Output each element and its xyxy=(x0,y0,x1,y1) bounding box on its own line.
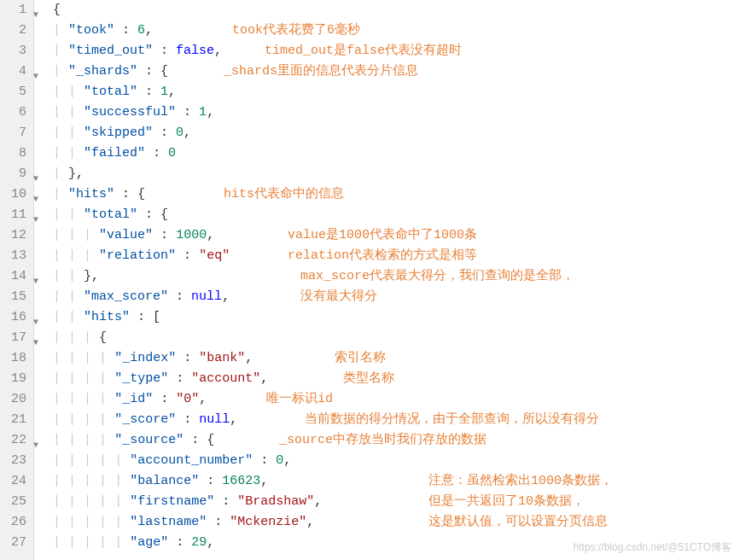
line-number: 5 xyxy=(0,82,26,102)
annotation: 注意：虽然检索出1000条数据， xyxy=(428,471,613,492)
line-number: 20 xyxy=(0,389,26,410)
code-line[interactable]: | | "failed" : 0 xyxy=(53,143,740,164)
code-line[interactable]: | "timed_out" : false,timed_out是false代表没… xyxy=(53,41,740,61)
code-line[interactable]: | | "skipped" : 0, xyxy=(53,123,740,143)
code-line[interactable]: | | "successful" : 1, xyxy=(53,102,740,123)
line-number: 15 xyxy=(0,287,26,307)
line-number: 25 xyxy=(0,492,26,512)
code-line[interactable]: | | | | "_source" : {_source中存放当时我们存放的数据 xyxy=(53,430,740,451)
code-line[interactable]: | | | | | "lastname" : "Mckenzie",这是默认值，… xyxy=(53,512,740,533)
annotation: hits代表命中的信息 xyxy=(224,184,344,205)
line-number: 3 xyxy=(0,41,26,61)
code-line[interactable]: | "took" : 6,took代表花费了6毫秒 xyxy=(53,20,740,41)
code-line[interactable]: | | | "value" : 1000,value是1000代表命中了1000… xyxy=(53,225,740,246)
line-number: 26 xyxy=(0,512,26,533)
line-number: 21 xyxy=(0,410,26,430)
code-editor: 1▼234▼56789▼10▼11▼121314▼1516▼17▼1819202… xyxy=(0,0,740,560)
line-number: 23 xyxy=(0,451,26,471)
code-line[interactable]: | | "total" : { xyxy=(53,205,740,225)
line-number: 1▼ xyxy=(0,0,26,20)
code-line[interactable]: | | "total" : 1, xyxy=(53,82,740,102)
code-line[interactable]: | | | | | "account_number" : 0, xyxy=(53,451,740,471)
code-line[interactable]: | | "hits" : [ xyxy=(53,307,740,328)
code-line[interactable]: | "hits" : {hits代表命中的信息 xyxy=(53,184,740,205)
line-number: 7 xyxy=(0,123,26,143)
code-line[interactable]: | | "max_score" : null,没有最大得分 xyxy=(53,287,740,307)
line-number: 4▼ xyxy=(0,61,26,82)
code-line[interactable]: { xyxy=(53,0,740,20)
code-line[interactable]: | | },max_score代表最大得分，我们查询的是全部， xyxy=(53,266,740,287)
annotation: 没有最大得分 xyxy=(300,287,377,307)
line-number: 13 xyxy=(0,246,26,266)
code-line[interactable]: | | | "relation" : "eq"relation代表检索的方式是相… xyxy=(53,246,740,266)
line-number: 22▼ xyxy=(0,430,26,451)
line-number: 17▼ xyxy=(0,328,26,348)
code-line[interactable]: | "_shards" : {_shards里面的信息代表分片信息 xyxy=(53,61,740,82)
annotation: 唯一标识id xyxy=(266,389,333,410)
line-number: 27 xyxy=(0,533,26,553)
annotation: 索引名称 xyxy=(335,348,386,369)
line-number: 12 xyxy=(0,225,26,246)
code-line[interactable]: | | | | | "balance" : 16623,注意：虽然检索出1000… xyxy=(53,471,740,492)
line-number: 16▼ xyxy=(0,307,26,328)
annotation: timed_out是false代表没有超时 xyxy=(265,41,462,61)
annotation: took代表花费了6毫秒 xyxy=(232,20,360,41)
annotation: _shards里面的信息代表分片信息 xyxy=(224,61,418,82)
code-line[interactable]: | | | | "_score" : null,当前数据的得分情况，由于全部查询… xyxy=(53,410,740,430)
watermark: https://blog.csdn.net/@51CTO博客 xyxy=(574,540,731,555)
code-line[interactable]: | | | | "_index" : "bank",索引名称 xyxy=(53,348,740,369)
code-line[interactable]: | | | | "_type" : "account",类型名称 xyxy=(53,369,740,389)
line-number: 14▼ xyxy=(0,266,26,287)
annotation: value是1000代表命中了1000条 xyxy=(288,225,477,246)
code-line[interactable]: | | | | | "firstname" : "Bradshaw",但是一共返… xyxy=(53,492,740,512)
annotation: 当前数据的得分情况，由于全部查询，所以没有得分 xyxy=(305,410,599,430)
code-line[interactable]: | | | { xyxy=(53,328,740,348)
code-area[interactable]: {| "took" : 6,took代表花费了6毫秒| "timed_out" … xyxy=(34,0,740,560)
code-line[interactable]: | }, xyxy=(53,164,740,184)
line-number: 9▼ xyxy=(0,164,26,184)
line-number: 18 xyxy=(0,348,26,369)
line-number: 24 xyxy=(0,471,26,492)
line-number: 11▼ xyxy=(0,205,26,225)
line-number: 10▼ xyxy=(0,184,26,205)
annotation: 这是默认值，可以设置分页信息 xyxy=(428,512,608,533)
line-number: 2 xyxy=(0,20,26,41)
annotation: 类型名称 xyxy=(343,369,394,389)
line-number: 19 xyxy=(0,369,26,389)
code-line[interactable]: | | | | "_id" : "0",唯一标识id xyxy=(53,389,740,410)
line-number: 8 xyxy=(0,143,26,164)
annotation: relation代表检索的方式是相等 xyxy=(288,246,477,266)
annotation: 但是一共返回了10条数据， xyxy=(428,492,585,512)
annotation: max_score代表最大得分，我们查询的是全部， xyxy=(300,266,574,287)
line-gutter: 1▼234▼56789▼10▼11▼121314▼1516▼17▼1819202… xyxy=(0,0,34,560)
line-number: 6 xyxy=(0,102,26,123)
annotation: _source中存放当时我们存放的数据 xyxy=(279,430,487,451)
